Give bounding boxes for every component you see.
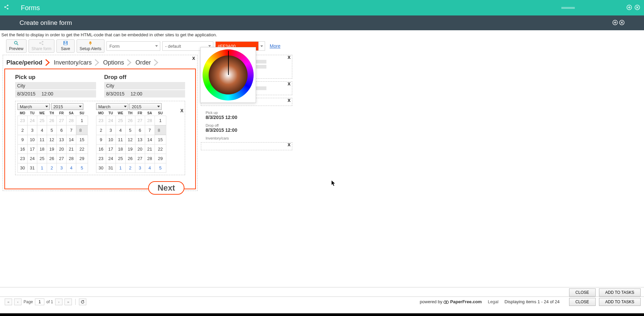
more-link[interactable]: More <box>270 43 281 49</box>
calendar-day[interactable]: 20 <box>57 145 67 154</box>
drag-handle-icon[interactable] <box>561 7 575 9</box>
calendar-day[interactable]: 6 <box>57 125 67 135</box>
calendar-day[interactable]: 10 <box>28 135 37 145</box>
calendar-day[interactable]: 19 <box>47 145 57 154</box>
calendar-day[interactable]: 3 <box>135 163 145 173</box>
summary-block[interactable]: x <box>201 142 292 150</box>
color-dropdown-button[interactable] <box>258 41 265 51</box>
add-to-tasks-button[interactable]: ADD TO TASKS <box>599 288 641 297</box>
next-button[interactable]: Next <box>148 181 184 195</box>
calendar-day[interactable]: 24 <box>106 116 116 125</box>
first-page-button[interactable]: « <box>5 299 12 305</box>
close-x-icon[interactable]: x <box>288 97 291 103</box>
calendar-day[interactable]: 26 <box>47 154 57 163</box>
close-icon[interactable] <box>619 20 625 25</box>
calendar-day[interactable]: 15 <box>76 135 88 145</box>
calendar-day[interactable]: 18 <box>116 145 125 154</box>
next-page-button[interactable]: › <box>55 299 62 305</box>
calendar-day[interactable]: 8 <box>155 125 166 135</box>
legal-link[interactable]: Legal <box>488 299 499 304</box>
calendar-day[interactable]: 2 <box>18 125 28 135</box>
pickup-city-input[interactable]: City <box>15 82 96 89</box>
calendar-day[interactable]: 6 <box>135 125 145 135</box>
calendar-day[interactable]: 13 <box>135 135 145 145</box>
calendar-day[interactable]: 26 <box>125 154 135 163</box>
calendar-day[interactable]: 13 <box>57 135 67 145</box>
calendar-day[interactable]: 31 <box>28 163 37 173</box>
calendar-day[interactable]: 19 <box>125 145 135 154</box>
calendar-day[interactable]: 2 <box>47 163 57 173</box>
calendar-day[interactable]: 23 <box>18 154 28 163</box>
calendar-day[interactable]: 31 <box>106 163 116 173</box>
calendar-day[interactable]: 26 <box>125 116 135 125</box>
share-form-button[interactable]: Share form <box>29 39 54 53</box>
calendar-day[interactable]: 9 <box>18 135 28 145</box>
add-to-tasks-button[interactable]: ADD TO TASKS <box>599 298 641 306</box>
calendar-day[interactable]: 5 <box>155 163 166 173</box>
prev-page-button[interactable]: ‹ <box>14 299 22 305</box>
close-x-icon[interactable]: X <box>180 108 183 113</box>
save-button[interactable]: Save <box>56 39 75 53</box>
year-select[interactable]: 2015 <box>51 103 83 110</box>
calendar-day[interactable]: 4 <box>67 163 76 173</box>
calendar-day[interactable]: 26 <box>47 116 57 125</box>
calendar-day[interactable]: 24 <box>106 154 116 163</box>
tab-place-period[interactable]: Place/period <box>4 59 44 66</box>
calendar-day[interactable]: 21 <box>145 145 155 154</box>
calendar-day[interactable]: 28 <box>145 154 155 163</box>
calendar-day[interactable]: 17 <box>106 145 116 154</box>
pickup-datetime[interactable]: 8/3/2015 12:00 <box>15 90 96 97</box>
preview-button[interactable]: Preview <box>6 39 27 53</box>
close-icon[interactable] <box>635 5 640 10</box>
calendar-day[interactable]: 25 <box>37 116 47 125</box>
calendar-day[interactable]: 20 <box>135 145 145 154</box>
last-page-button[interactable]: » <box>65 299 72 305</box>
calendar-day[interactable]: 18 <box>37 145 47 154</box>
dropoff-city-input[interactable]: City <box>104 82 185 89</box>
year-select[interactable]: 2015 <box>129 103 162 110</box>
calendar-day[interactable]: 4 <box>145 163 155 173</box>
calendar-day[interactable]: 2 <box>96 125 106 135</box>
color-picker-popup[interactable] <box>200 47 256 103</box>
calendar-day[interactable]: 16 <box>96 145 106 154</box>
page-input[interactable] <box>35 299 44 305</box>
calendar-day[interactable]: 8 <box>76 125 88 135</box>
calendar-day[interactable]: 2 <box>125 163 135 173</box>
calendar-day[interactable]: 16 <box>18 145 28 154</box>
calendar-day[interactable]: 5 <box>125 125 135 135</box>
close-button[interactable]: CLOSE <box>569 288 596 297</box>
calendar-day[interactable]: 4 <box>37 125 47 135</box>
calendar-day[interactable]: 1 <box>76 116 88 125</box>
calendar-day[interactable]: 28 <box>67 154 76 163</box>
calendar-day[interactable]: 7 <box>67 125 76 135</box>
calendar-day[interactable]: 5 <box>47 125 57 135</box>
calendar-day[interactable]: 28 <box>145 116 155 125</box>
calendar-day[interactable]: 30 <box>18 163 28 173</box>
calendar-day[interactable]: 12 <box>125 135 135 145</box>
tab-order[interactable]: Order <box>133 59 153 66</box>
dropoff-datetime[interactable]: 8/3/2015 12:00 <box>104 90 185 97</box>
close-button[interactable]: CLOSE <box>569 298 596 306</box>
tab-inventory[interactable]: Inventory/cars <box>52 59 94 66</box>
calendar-day[interactable]: 24 <box>28 154 37 163</box>
calendar-day[interactable]: 3 <box>106 125 116 135</box>
close-x-icon[interactable]: x <box>288 54 291 60</box>
calendar-day[interactable]: 27 <box>57 154 67 163</box>
close-x-icon[interactable]: x <box>288 142 291 148</box>
month-select[interactable]: March <box>96 103 128 110</box>
calendar-day[interactable]: 14 <box>145 135 155 145</box>
calendar-day[interactable]: 1 <box>116 163 125 173</box>
form-select[interactable]: Form <box>106 41 160 51</box>
calendar-day[interactable]: 7 <box>145 125 155 135</box>
setup-alerts-button[interactable]: Setup Alerts <box>77 39 104 53</box>
calendar-day[interactable]: 25 <box>116 154 125 163</box>
close-x-icon[interactable]: x <box>192 55 195 61</box>
calendar-day[interactable]: 4 <box>116 125 125 135</box>
add-icon[interactable] <box>627 5 632 10</box>
calendar-day[interactable]: 1 <box>37 163 47 173</box>
calendar-day[interactable]: 11 <box>116 135 125 145</box>
calendar-day[interactable]: 9 <box>96 135 106 145</box>
calendar-day[interactable]: 27 <box>57 116 67 125</box>
calendar-day[interactable]: 15 <box>155 135 166 145</box>
color-wheel[interactable] <box>203 49 254 101</box>
